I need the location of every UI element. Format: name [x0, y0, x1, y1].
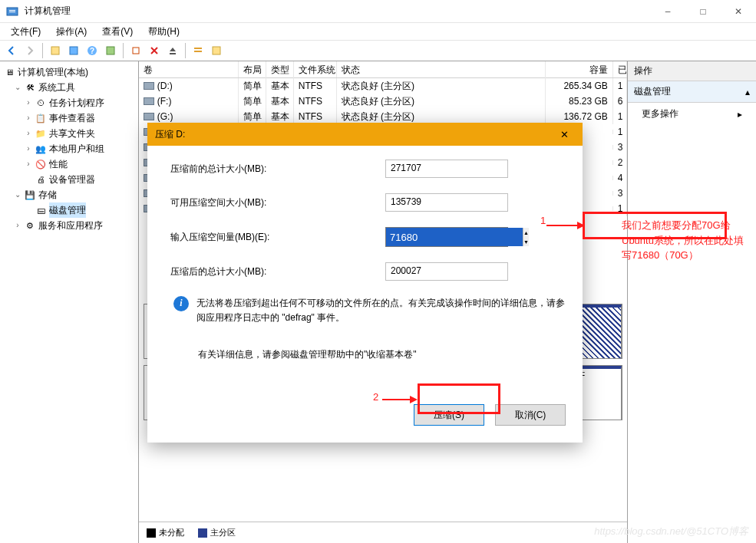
menu-bar: 文件(F) 操作(A) 查看(V) 帮助(H)	[0, 23, 756, 40]
dialog-close-button[interactable]: ✕	[553, 126, 575, 143]
toolbar-back-button[interactable]	[3, 42, 20, 59]
actions-more[interactable]: 更多操作▸	[628, 103, 756, 125]
tree-label: 磁盘管理	[49, 202, 86, 218]
chevron-right-icon: ▸	[738, 109, 742, 120]
svg-rect-7	[107, 47, 114, 54]
expand-icon[interactable]: ›	[25, 95, 32, 110]
event-icon: 📋	[35, 112, 47, 124]
tools-icon: 🛠	[24, 81, 36, 94]
toolbar-eject-button[interactable]	[164, 42, 181, 59]
toolbar-list-button[interactable]	[190, 42, 206, 59]
svg-rect-9	[170, 53, 176, 54]
toolbar-properties-button[interactable]	[65, 42, 82, 59]
volume-row[interactable]: (G:)简单基本NTFS状态良好 (主分区)136.72 GB1	[139, 109, 627, 124]
col-type[interactable]: 类型	[266, 61, 294, 77]
collapse-icon: ▴	[745, 87, 750, 97]
tree-performance[interactable]: ›🚫性能	[25, 156, 137, 172]
volume-icon	[144, 97, 154, 105]
spinner-down-button[interactable]: ▼	[523, 237, 529, 246]
svg-rect-10	[194, 48, 202, 49]
toolbar-up-button[interactable]	[47, 42, 64, 59]
legend-unallocated: 未分配	[147, 527, 184, 538]
tree-root-label: 计算机管理(本地)	[18, 64, 88, 80]
col-status[interactable]: 状态	[337, 61, 546, 77]
perf-icon: 🚫	[35, 158, 47, 170]
available-shrink-value: 135739	[385, 193, 508, 212]
expand-icon[interactable]: ›	[25, 156, 32, 172]
menu-view[interactable]: 查看(V)	[96, 24, 139, 40]
tree-local-users[interactable]: ›👥本地用户和组	[25, 141, 137, 156]
toolbar-forward-button[interactable]	[21, 42, 38, 59]
annotation-arrow-2	[382, 392, 418, 407]
legend-primary: 主分区	[198, 527, 236, 538]
toolbar-detail-button[interactable]	[208, 42, 225, 59]
window-maximize-button[interactable]: □	[685, 0, 721, 23]
shrink-amount-spinner[interactable]: ▲▼	[385, 227, 508, 247]
tree-label: 存储	[38, 187, 57, 202]
svg-marker-14	[577, 222, 585, 229]
tree-label: 任务计划程序	[49, 95, 104, 110]
expand-icon[interactable]: ›	[25, 110, 32, 126]
annotation-text: 我们之前想要分配70G给Ubuntu系统，所以在此处填写71680（70G）	[622, 218, 752, 263]
dialog-info-text: 无法将卷压缩到超出任何不可移动的文件所在的点。有关完成该操作时间的详细信息，请参…	[196, 296, 567, 325]
toolbar-refresh-button[interactable]	[127, 42, 144, 59]
actions-group[interactable]: 磁盘管理▴	[628, 81, 756, 103]
window-title: 计算机管理	[25, 5, 650, 18]
expand-icon[interactable]: ›	[14, 218, 21, 233]
menu-action[interactable]: 操作(A)	[50, 24, 93, 40]
window-minimize-button[interactable]: –	[650, 0, 685, 23]
spinner-up-button[interactable]: ▲	[523, 228, 529, 237]
tree-storage[interactable]: ⌄💾存储	[14, 187, 137, 202]
col-volume[interactable]: 卷	[139, 61, 239, 77]
disk-icon: 🖴	[35, 204, 47, 216]
volume-list-header[interactable]: 卷 布局 类型 文件系统 状态 容量 已	[139, 61, 627, 78]
tree-services-apps[interactable]: ›⚙服务和应用程序	[14, 218, 137, 233]
tree-device-manager[interactable]: 🖨设备管理器	[25, 172, 137, 187]
storage-icon: 💾	[24, 189, 36, 201]
volume-row[interactable]: (D:)简单基本NTFS状态良好 (主分区)265.34 GB1	[139, 78, 627, 94]
available-shrink-label: 可用压缩空间大小(MB):	[170, 196, 385, 209]
clock-icon: ⏲	[35, 97, 47, 109]
col-layout[interactable]: 布局	[239, 61, 266, 77]
tree-shared-folders[interactable]: ›📁共享文件夹	[25, 126, 137, 141]
volume-row[interactable]: (F:)简单基本NTFS状态良好 (主分区)85.23 GB6	[139, 94, 627, 109]
svg-rect-4	[70, 47, 78, 54]
tree-label: 本地用户和组	[49, 141, 104, 156]
col-fs[interactable]: 文件系统	[294, 61, 337, 77]
tree-event-viewer[interactable]: ›📋事件查看器	[25, 110, 137, 126]
col-capacity[interactable]: 容量	[546, 61, 613, 77]
menu-help[interactable]: 帮助(H)	[142, 24, 186, 40]
dialog-titlebar[interactable]: 压缩 D: ✕	[147, 123, 583, 146]
shrink-dialog: 压缩 D: ✕ 压缩前的总计大小(MB): 271707 可用压缩空间大小(MB…	[147, 123, 583, 443]
expand-icon[interactable]: ›	[25, 141, 32, 156]
col-rest[interactable]: 已	[613, 61, 627, 77]
window-close-button[interactable]: ✕	[721, 0, 756, 23]
tree-label: 共享文件夹	[49, 126, 95, 141]
expand-icon[interactable]: ⌄	[14, 187, 21, 202]
toolbar-help-button[interactable]: ?	[84, 42, 101, 59]
window-titlebar: 计算机管理 – □ ✕	[0, 0, 756, 23]
toolbar-separator	[185, 43, 186, 58]
svg-rect-12	[213, 47, 220, 54]
toolbar-delete-button[interactable]	[146, 42, 163, 59]
total-before-label: 压缩前的总计大小(MB):	[170, 163, 385, 176]
menu-file[interactable]: 文件(F)	[5, 24, 47, 40]
shrink-button[interactable]: 压缩(S)	[414, 404, 484, 426]
tree-label: 设备管理器	[49, 172, 95, 187]
svg-text:?: ?	[90, 47, 94, 55]
shrink-amount-input[interactable]	[386, 228, 523, 246]
navigation-tree[interactable]: 🖥 计算机管理(本地) ⌄🛠系统工具 ›⏲任务计划程序 ›📋事件查看器 ›📁共享…	[0, 61, 139, 543]
expand-icon[interactable]: ›	[25, 126, 32, 141]
dialog-title: 压缩 D:	[155, 128, 553, 141]
cancel-button[interactable]: 取消(C)	[495, 404, 566, 426]
tree-system-tools[interactable]: ⌄🛠系统工具	[14, 80, 137, 95]
app-icon	[6, 5, 18, 18]
tree-disk-management[interactable]: 🖴磁盘管理	[25, 202, 137, 218]
toolbar-view-button[interactable]	[102, 42, 119, 59]
tree-root[interactable]: 🖥 计算机管理(本地)	[3, 64, 137, 80]
expand-icon[interactable]: ⌄	[14, 80, 21, 95]
svg-rect-8	[133, 48, 139, 54]
info-icon: i	[173, 296, 189, 311]
tree-task-scheduler[interactable]: ›⏲任务计划程序	[25, 95, 137, 110]
services-icon: ⚙	[24, 219, 36, 232]
